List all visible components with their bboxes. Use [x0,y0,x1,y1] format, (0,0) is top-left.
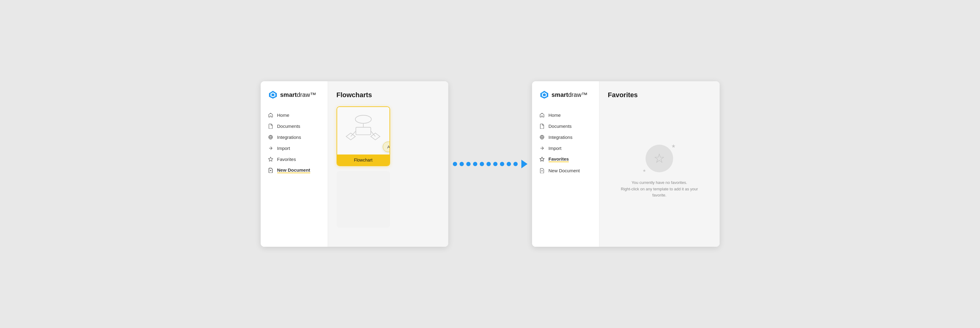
star-icon-right [539,157,545,162]
arrow-right-icon [521,160,528,168]
connecting-section [448,81,532,247]
integrations-icon [268,134,274,140]
right-nav-integrations[interactable]: Integrations [532,131,599,142]
dot-6 [487,162,491,166]
svg-marker-7 [268,157,273,161]
home-icon-right [539,112,545,118]
dot-5 [480,162,484,166]
left-nav-import[interactable]: Import [261,142,328,154]
svg-rect-12 [356,127,371,134]
right-nav-documents[interactable]: Documents [532,120,599,131]
dot-9 [507,162,511,166]
left-logo-text: smartdraw™ [280,91,317,98]
right-logo: smartdraw™ [532,90,599,109]
template-card-2[interactable] [337,171,390,228]
dot-4 [473,162,477,166]
right-nav-new-document[interactable]: New Document [532,165,599,176]
right-section-title: Favorites [608,91,711,99]
right-logo-text: smartdraw™ [552,91,588,98]
connecting-dots [453,160,528,168]
left-nav-favorites-label: Favorites [277,157,296,162]
flowchart-label: Flowchart [337,155,390,166]
left-nav-integrations-label: Integrations [277,134,301,140]
empty-star-icon: ☆ [654,151,665,166]
right-nav-favorites[interactable]: Favorites [532,154,599,165]
right-nav-import[interactable]: Import [532,142,599,154]
document-icon-right [539,123,545,129]
dot-7 [493,162,498,166]
left-nav-favorites[interactable]: Favorites [261,154,328,165]
dot-2 [460,162,464,166]
dot-1 [453,162,457,166]
new-doc-icon-right [539,168,545,173]
right-nav-new-document-label: New Document [549,168,580,173]
flowchart-thumb [337,107,390,155]
favorites-empty-state: ☆ You currently have no favorites. Right… [608,106,711,237]
left-nav-new-document[interactable]: New Document [261,165,328,176]
dot-10 [514,162,518,166]
star-icon [268,156,274,162]
right-main-content: Favorites ☆ You currently have no favori… [600,81,720,247]
dot-3 [466,162,471,166]
right-nav-home-label: Home [549,112,561,118]
add-favorite-label: Add Favorite [387,145,390,149]
document-icon [268,123,274,129]
left-window: smartdraw™ Home Docum [261,81,448,247]
left-nav-home[interactable]: Home [261,109,328,120]
integrations-icon-right [539,134,545,140]
left-nav-integrations[interactable]: Integrations [261,131,328,142]
left-nav-new-document-label: New Document [277,167,310,173]
svg-marker-24 [540,157,544,161]
left-nav-import-label: Import [277,146,290,151]
smartdraw-logo-icon [268,90,278,100]
right-nav-documents-label: Documents [549,123,572,129]
left-nav-home-label: Home [277,112,290,118]
smartdraw-logo-icon-right [539,90,549,100]
right-window: smartdraw™ Home Documents [532,81,720,247]
right-nav-integrations-label: Integrations [549,134,573,140]
home-icon [268,112,274,118]
empty-star-circle: ☆ [646,145,673,172]
right-nav-home[interactable]: Home [532,109,599,120]
left-logo: smartdraw™ [261,90,328,109]
flowchart-card[interactable]: Flowchart Add Favorite ↖ [337,106,390,166]
left-main-content: Flowcharts [328,81,448,247]
svg-marker-16 [371,133,380,140]
new-doc-icon [268,168,274,173]
left-nav-documents-label: Documents [277,123,301,129]
import-icon [268,145,274,151]
left-section-title: Flowcharts [337,91,440,99]
flowchart-diagram [343,113,383,148]
right-nav-import-label: Import [549,146,562,151]
dot-8 [500,162,504,166]
left-sidebar: smartdraw™ Home Docum [261,81,328,247]
right-nav-favorites-label: Favorites [549,156,569,162]
templates-grid: Flowchart Add Favorite ↖ [337,106,440,228]
svg-point-10 [355,115,371,123]
import-icon-right [539,145,545,151]
empty-favorites-text: You currently have no favorites. Right-c… [614,180,705,198]
left-nav-documents[interactable]: Documents [261,120,328,131]
right-sidebar: smartdraw™ Home Documents [532,81,600,247]
